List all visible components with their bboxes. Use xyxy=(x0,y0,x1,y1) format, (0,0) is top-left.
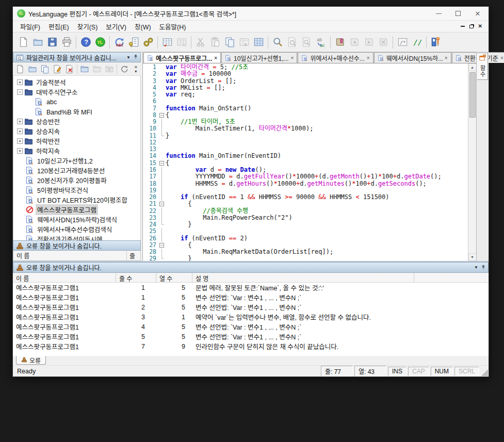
tree-item-folder-7[interactable]: +하락지속 xyxy=(13,146,140,156)
tab-close-icon[interactable]: × xyxy=(445,55,448,61)
mdi-minimize-icon[interactable] xyxy=(461,26,465,27)
menu-item-1[interactable]: 편집(E) xyxy=(44,20,73,33)
comment-line-button[interactable]: // xyxy=(410,35,424,50)
vertical-scrollbar[interactable]: ▲ ▼ xyxy=(468,63,476,261)
scroll-down-button[interactable]: ▼ xyxy=(468,253,477,261)
tree-item-file-8[interactable]: 10일신고가+선행1,2 xyxy=(13,156,140,166)
editor-tab-3[interactable]: 웨에서사DN(15%하...× xyxy=(374,52,451,63)
tree-item-folder-5[interactable]: +상승지속 xyxy=(13,126,140,136)
scroll-up-button[interactable]: ▲ xyxy=(468,63,477,71)
tree-item-file-3[interactable]: Band%B 와 MFI xyxy=(13,107,140,117)
code-text-area[interactable]: 1var 타이머간격 = 5; //5초2var 매수금 = 1000003va… xyxy=(143,63,468,261)
tab-errors[interactable]: 오류 xyxy=(16,356,46,365)
open-file-button[interactable] xyxy=(30,35,45,50)
tree-item-file-15[interactable]: 위에서사+매수선수렴검색식 xyxy=(13,224,140,234)
new-item-button[interactable] xyxy=(14,63,26,75)
editor-tab-1[interactable]: 10일신고가+선행1,...× xyxy=(221,52,297,63)
menu-item-3[interactable]: 보기(V) xyxy=(102,20,131,33)
pin-icon[interactable] xyxy=(133,54,138,61)
error-row-1[interactable]: 예스스팟구동프로그램115변수 선언법: `Var : 변수1 , ... , … xyxy=(13,292,489,302)
tree-item-file-10[interactable]: 20봉신저가후 20이평돌파 xyxy=(13,175,140,185)
tree-item-folder-1[interactable]: −대박주식연구소 xyxy=(13,87,140,97)
error-column-header-2[interactable]: 열 수 xyxy=(156,273,192,282)
error-column-header-0[interactable]: 이 름 xyxy=(13,273,116,282)
tree-item-folder-6[interactable]: +하락반전 xyxy=(13,136,140,146)
find-button[interactable] xyxy=(270,35,285,50)
menu-item-5[interactable]: 도움말(H) xyxy=(155,20,190,33)
copy-item-button[interactable] xyxy=(39,63,51,75)
error-column-header-3[interactable]: 설 명 xyxy=(192,273,414,282)
minimize-button[interactable] xyxy=(429,7,448,20)
mdi-restore-icon[interactable] xyxy=(469,25,474,28)
error-row-6[interactable]: 예스스팟구동프로그램179인라인함수 구문이 닫히지 않은 채 수식이 끝났습니… xyxy=(13,341,489,351)
yeslanguage-logo-button[interactable]: YL xyxy=(93,35,107,50)
collapse-minus-icon[interactable]: − xyxy=(17,89,23,95)
sidebar-error-header[interactable]: 오류 창을 보이거나 숨깁니다. xyxy=(13,240,141,251)
tree-item-file-12[interactable]: UT BOT ALERTS와120이평조합 xyxy=(13,195,140,205)
menu-item-0[interactable]: 파일(F) xyxy=(16,20,44,33)
column-header-line[interactable]: 줄 xyxy=(127,251,140,260)
syntax-check-button[interactable]: ABC xyxy=(112,35,126,50)
tree-item-file-11[interactable]: 5이평쌍바닥조건식 xyxy=(13,185,140,195)
editor-tab-0[interactable]: 예스스팟구동프로그...× xyxy=(143,52,221,63)
delete-item-button[interactable] xyxy=(63,63,76,75)
error-column-header-1[interactable]: 줄 수 xyxy=(116,273,156,282)
maximize-button[interactable] xyxy=(448,7,468,20)
close-button[interactable]: ✕ xyxy=(468,7,487,20)
error-row-3[interactable]: 예스스팟구동프로그램131예약어 `var`는 입력변수나 변수, 배열, 함수… xyxy=(13,312,489,322)
new-file-button[interactable] xyxy=(16,35,30,50)
error-row-0[interactable]: 예스스팟구동프로그램115문법 에러, 잘못된 토큰:`Name`, 올 수 있… xyxy=(13,283,489,292)
comment-block-button[interactable]: /* xyxy=(395,35,410,50)
mdi-close-icon[interactable]: ✕ xyxy=(478,24,482,29)
tree-item-file-2[interactable]: abc xyxy=(13,97,140,107)
scrollbar-thumb[interactable] xyxy=(469,72,476,118)
expand-plus-icon[interactable]: + xyxy=(17,119,23,124)
error-panel-header[interactable]: 오류 창을 보이거나 숨깁니다. ▼ xyxy=(13,262,489,273)
expand-plus-icon[interactable]: + xyxy=(17,79,23,85)
error-row-5[interactable]: 예스스팟구동프로그램155변수 선언법: `Var : 변수1 , ... , … xyxy=(13,332,489,341)
error-row-2[interactable]: 예스스팟구동프로그램125변수 선언법: `Var : 변수1 , ... , … xyxy=(13,302,489,312)
fold-collapse-icon[interactable]: − xyxy=(159,202,164,206)
expand-plus-icon[interactable]: + xyxy=(17,128,23,134)
new-folder-button[interactable] xyxy=(78,63,91,75)
toolbar-overflow-button[interactable]: »▾ xyxy=(132,64,140,74)
replace-button[interactable]: abac xyxy=(314,35,328,50)
help-button[interactable]: ? xyxy=(78,35,93,50)
error-row-4[interactable]: 예스스팟구동프로그램145변수 선언법: `Var : 변수1 , ... , … xyxy=(13,322,489,332)
fold-collapse-icon[interactable]: − xyxy=(159,161,164,166)
file-manager-header[interactable]: 파일관리자 창을 보이거나 숨깁니... ▼ xyxy=(13,52,141,62)
compile-button[interactable] xyxy=(141,35,155,50)
bookmark-toggle-button[interactable] xyxy=(333,35,347,50)
tab-close-icon[interactable]: × xyxy=(291,55,294,61)
function-list-button[interactable] xyxy=(126,35,141,50)
menu-item-4[interactable]: 창(W) xyxy=(131,20,155,33)
tree-item-folder-0[interactable]: +기술적분석 xyxy=(13,77,140,87)
data-table-button[interactable] xyxy=(160,35,174,50)
panel-menu-icon[interactable]: ▼ xyxy=(474,265,478,270)
tree-item-file-13[interactable]: 예스스팟구동프로그램 xyxy=(13,205,140,215)
tools-button[interactable] xyxy=(429,35,443,50)
editor-tab-2[interactable]: 위에서사+매수선수...× xyxy=(298,52,373,63)
rename-item-button[interactable] xyxy=(51,63,63,75)
copy-button[interactable] xyxy=(222,35,237,50)
expand-plus-icon[interactable]: + xyxy=(17,148,23,154)
fold-collapse-icon[interactable]: − xyxy=(159,243,164,248)
fold-collapse-icon[interactable]: − xyxy=(159,113,164,118)
save-file-button[interactable] xyxy=(45,35,59,50)
refresh-button[interactable] xyxy=(118,63,131,75)
panel-menu-icon[interactable]: ▼ xyxy=(126,55,131,60)
tree-item-file-16[interactable]: 전환선과기준선이동시에 xyxy=(13,234,140,240)
menu-item-2[interactable]: 찾기(S) xyxy=(73,20,102,33)
tree-item-file-9[interactable]: 120봉신고거래량4등분선 xyxy=(13,166,140,175)
select-grid-button[interactable] xyxy=(251,35,266,50)
open-item-button[interactable] xyxy=(26,63,39,75)
tab-close-icon[interactable]: × xyxy=(367,55,370,61)
pin-icon[interactable] xyxy=(481,264,486,271)
tree-item-file-14[interactable]: 웨에서사DN(15%하락)검색식 xyxy=(13,215,140,224)
column-header-name[interactable]: 이 름 xyxy=(13,251,127,260)
function-panel-tab[interactable]: 함수 xyxy=(477,53,488,80)
expand-plus-icon[interactable]: + xyxy=(17,138,23,144)
print-button[interactable] xyxy=(59,35,74,50)
tab-close-icon[interactable]: × xyxy=(500,55,503,61)
tree-item-folder-4[interactable]: +상승반전 xyxy=(13,117,140,126)
